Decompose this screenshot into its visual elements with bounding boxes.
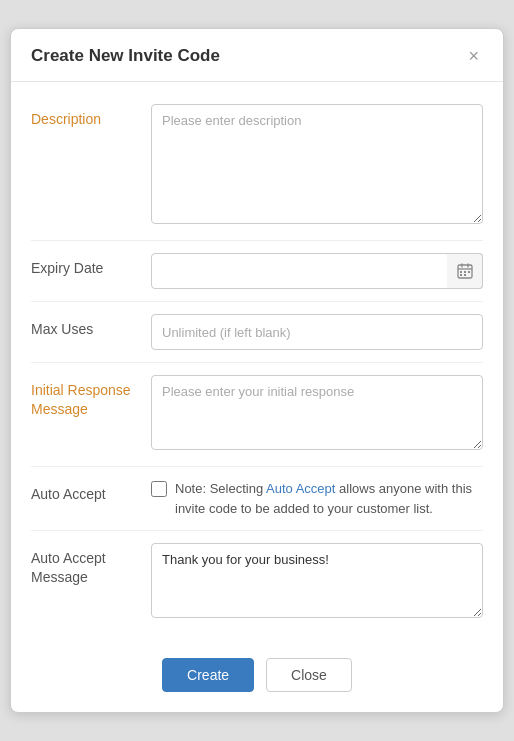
initial-response-input[interactable] (151, 375, 483, 450)
modal-header: Create New Invite Code × (11, 29, 503, 82)
calendar-icon[interactable] (447, 253, 483, 289)
create-invite-code-modal: Create New Invite Code × Description Exp… (10, 28, 504, 713)
max-uses-input[interactable] (151, 314, 483, 350)
close-icon[interactable]: × (464, 45, 483, 67)
auto-accept-message-field-wrap: Thank you for your business! (151, 543, 483, 622)
auto-accept-checkbox[interactable] (151, 481, 167, 497)
max-uses-field-wrap (151, 314, 483, 350)
svg-rect-8 (464, 274, 466, 276)
auto-accept-message-row: Auto Accept Message Thank you for your b… (31, 531, 483, 634)
svg-rect-7 (460, 274, 462, 276)
modal-footer: Create Close (11, 644, 503, 712)
initial-response-field-wrap (151, 375, 483, 454)
auto-accept-message-input[interactable]: Thank you for your business! (151, 543, 483, 618)
auto-accept-highlight: Auto Accept (266, 481, 335, 496)
auto-accept-note: Note: Selecting Auto Accept allows anyon… (175, 479, 483, 518)
expiry-date-input-group (151, 253, 483, 289)
auto-accept-message-label: Auto Accept Message (31, 543, 151, 587)
description-row: Description (31, 92, 483, 240)
initial-response-label: Initial Response Message (31, 375, 151, 419)
auto-accept-label: Auto Accept (31, 479, 151, 505)
expiry-date-row: Expiry Date (31, 241, 483, 301)
expiry-date-field-wrap (151, 253, 483, 289)
modal-title: Create New Invite Code (31, 46, 220, 66)
expiry-date-input[interactable] (151, 253, 483, 289)
close-button[interactable]: Close (266, 658, 352, 692)
expiry-date-label: Expiry Date (31, 253, 151, 279)
auto-accept-row: Auto Accept Note: Selecting Auto Accept … (31, 467, 483, 530)
initial-response-row: Initial Response Message (31, 363, 483, 466)
svg-rect-6 (468, 271, 470, 273)
description-label: Description (31, 104, 151, 130)
modal-body: Description Expiry Date (11, 82, 503, 644)
svg-rect-5 (464, 271, 466, 273)
svg-rect-4 (460, 271, 462, 273)
max-uses-label: Max Uses (31, 314, 151, 340)
create-button[interactable]: Create (162, 658, 254, 692)
description-input[interactable] (151, 104, 483, 224)
auto-accept-field-wrap: Note: Selecting Auto Accept allows anyon… (151, 479, 483, 518)
max-uses-row: Max Uses (31, 302, 483, 362)
description-field-wrap (151, 104, 483, 228)
